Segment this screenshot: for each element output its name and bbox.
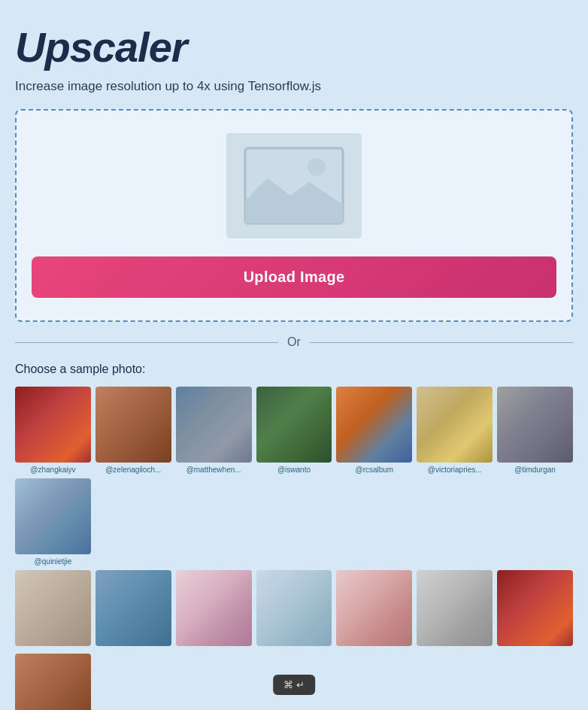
sample-thumb (497, 387, 573, 463)
sample-item[interactable] (497, 570, 573, 649)
sample-item[interactable]: @timdurgan (497, 387, 573, 474)
sample-item[interactable] (336, 570, 412, 649)
sample-item[interactable] (15, 570, 91, 649)
sample-item[interactable] (15, 654, 91, 710)
placeholder-icon (241, 144, 347, 227)
keyboard-shortcut-badge: ⌘ ↵ (273, 675, 315, 695)
sample-username[interactable]: @victoriapries... (417, 466, 493, 474)
sample-item[interactable] (256, 570, 332, 649)
or-divider: Or (15, 335, 573, 349)
sample-username[interactable]: @iswanto (256, 466, 332, 474)
sample-thumb (336, 387, 412, 463)
sample-item[interactable] (176, 570, 252, 649)
sample-username[interactable]: @rcsalbum (336, 466, 412, 474)
sample-thumb (256, 387, 332, 463)
sample-thumb (256, 570, 332, 646)
sample-username[interactable]: @quinietjie (15, 557, 91, 566)
sample-thumb (336, 570, 412, 646)
sample-item[interactable]: @rcsalbum (336, 387, 412, 474)
subtitle: Increase image resolution up to 4x using… (15, 79, 573, 94)
sample-item[interactable]: @victoriapries... (417, 387, 493, 474)
sample-item[interactable] (417, 570, 493, 649)
keyboard-shortcut-label: ⌘ ↵ (283, 679, 305, 690)
svg-point-1 (308, 158, 326, 176)
sample-thumb (497, 570, 573, 646)
sample-section-label: Choose a sample photo: (15, 363, 573, 376)
sample-username[interactable]: @matthewhen... (176, 466, 252, 474)
sample-username[interactable]: @timdurgan (497, 466, 573, 474)
sample-item[interactable]: @zhangkaiyv (15, 387, 91, 474)
sample-item[interactable]: @quinietjie (15, 478, 91, 566)
sample-thumb (15, 570, 91, 646)
sample-thumb (417, 570, 493, 646)
sample-username[interactable]: @zhangkaiyv (15, 466, 91, 474)
sample-item[interactable]: @zelenagiloch... (95, 387, 171, 474)
sample-item[interactable]: @iswanto (256, 387, 332, 474)
sample-thumb (15, 654, 91, 710)
image-placeholder (226, 133, 362, 238)
upload-button[interactable]: Upload Image (32, 256, 556, 298)
sample-thumb (95, 570, 171, 646)
sample-grid-row1: @zhangkaiyv@zelenagiloch...@matthewhen..… (15, 387, 573, 566)
sample-username[interactable]: @zelenagiloch... (95, 466, 171, 474)
app-title: Upscaler (15, 23, 573, 71)
sample-item[interactable] (95, 570, 171, 649)
sample-thumb (176, 387, 252, 463)
sample-thumb (15, 478, 91, 554)
or-label: Or (287, 335, 301, 349)
page-container: Upscaler Increase image resolution up to… (0, 0, 588, 710)
upload-area: Upload Image (15, 109, 573, 322)
sample-item[interactable]: @matthewhen... (176, 387, 252, 474)
sample-thumb (95, 387, 171, 463)
sample-thumb (417, 387, 493, 463)
sample-thumb (15, 387, 91, 463)
sample-thumb (176, 570, 252, 646)
